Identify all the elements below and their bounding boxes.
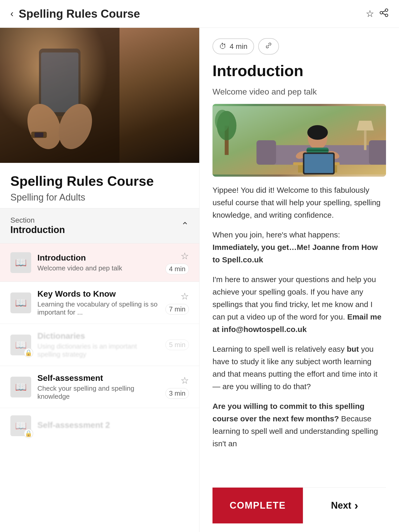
lesson-right: 5 min — [165, 340, 189, 350]
app-header: ‹ Spelling Rules Course ☆ — [0, 0, 399, 28]
content-subtitle: Welcome video and pep talk — [212, 87, 386, 97]
course-title: Spelling Rules Course — [10, 173, 189, 189]
svg-marker-34 — [357, 121, 374, 131]
svg-rect-26 — [298, 165, 303, 172]
section-label: Section — [10, 216, 65, 224]
lesson-right: ☆ 3 min — [165, 375, 189, 399]
content-title: Introduction — [212, 62, 386, 80]
lesson-title: Dictionaries — [37, 331, 159, 341]
lesson-info: Self-assessment 2 — [37, 420, 189, 431]
meta-row: ⏱ 4 min — [212, 38, 386, 55]
lesson-thumbnail: 📖 — [10, 252, 31, 273]
lesson-info: Introduction Welcome video and pep talk — [37, 253, 159, 272]
duration-badge: 3 min — [165, 388, 189, 399]
course-info: Spelling Rules Course Spelling for Adult… — [0, 163, 199, 208]
book-icon: 📖 — [15, 340, 27, 350]
complete-button[interactable]: COMPLETE — [212, 488, 303, 523]
body-paragraph-3: I'm here to answer your questions and he… — [212, 273, 386, 336]
svg-rect-19 — [307, 150, 329, 151]
section-header[interactable]: Section Introduction ⌃ — [0, 208, 199, 243]
lesson-thumbnail: 📖 🔒 — [10, 415, 31, 436]
bookmark-icon: ☆ — [366, 8, 374, 19]
emphasis-question: Are you willing to commit to this spelli… — [212, 402, 364, 423]
duration-badge: 4 min — [165, 264, 189, 274]
email-text: Email me at info@howtospell.co.uk — [212, 312, 381, 334]
section-name: Introduction — [10, 224, 65, 235]
header-title: Spelling Rules Course — [19, 7, 140, 20]
svg-rect-7 — [41, 52, 78, 112]
duration-badge: 5 min — [165, 340, 189, 350]
link-icon — [265, 42, 272, 51]
lesson-item[interactable]: 📖 Self-assessment Check your spelling an… — [0, 366, 199, 408]
body-paragraph-5: Are you willing to commit to this spelli… — [212, 400, 386, 450]
book-icon: 📖 — [15, 420, 27, 431]
emphasis-but: but — [347, 345, 359, 353]
lesson-thumbnail: 📖 🔒 — [10, 335, 31, 355]
duration-text: 4 min — [230, 42, 247, 51]
svg-point-17 — [307, 125, 328, 140]
lesson-right: ☆ 7 min — [165, 291, 189, 315]
back-icon: ‹ — [10, 8, 14, 19]
share-icon — [379, 9, 389, 19]
main-layout: Spelling Rules Course Spelling for Adult… — [0, 28, 399, 532]
book-icon: 📖 — [15, 382, 27, 393]
star-button[interactable]: ☆ — [181, 375, 189, 386]
lesson-thumbnail: 📖 — [10, 292, 31, 313]
body-paragraph-2: When you join, here's what happens: Imme… — [212, 229, 386, 266]
back-button[interactable]: ‹ — [10, 8, 14, 19]
next-label: Next — [331, 500, 351, 511]
lesson-right: ☆ 4 min — [165, 251, 189, 274]
section-list: Section Introduction ⌃ 📖 Introduction We… — [0, 208, 199, 532]
lesson-desc: Using dictionaries is an important spell… — [37, 342, 159, 358]
lesson-item[interactable]: 📖 Key Words to Know Learning the vocabul… — [0, 282, 199, 324]
svg-line-4 — [383, 13, 385, 15]
lesson-item[interactable]: 📖 🔒 Dictionaries Using dictionaries is a… — [0, 324, 199, 366]
preview-image-inner — [212, 104, 386, 177]
emphasis-text: Immediately, you get…Me! Joanne from How… — [212, 243, 378, 264]
header-left: ‹ Spelling Rules Course — [10, 7, 140, 20]
svg-rect-15 — [369, 140, 386, 165]
preview-image — [212, 104, 386, 177]
lesson-title: Self-assessment — [37, 373, 159, 383]
chevron-up-icon: ⌃ — [181, 220, 189, 231]
bookmark-button[interactable]: ☆ — [366, 8, 374, 20]
lesson-title: Key Words to Know — [37, 289, 159, 299]
lock-icon: 🔒 — [24, 348, 33, 357]
next-icon: › — [354, 499, 358, 512]
lesson-title: Introduction — [37, 253, 159, 263]
hero-image-visual — [0, 28, 199, 163]
body-paragraph-4: Learning to spell well is relatively eas… — [212, 343, 386, 393]
star-button[interactable]: ☆ — [181, 251, 189, 262]
svg-point-0 — [385, 9, 388, 11]
lesson-item[interactable]: 📖 🔒 Self-assessment 2 — [0, 408, 199, 443]
next-button[interactable]: Next › — [303, 488, 386, 523]
header-right: ☆ — [366, 8, 389, 20]
lesson-info: Self-assessment Check your spelling and … — [37, 373, 159, 401]
lesson-desc: Welcome video and pep talk — [37, 264, 159, 272]
lesson-desc: Learning the vocabulary of spelling is s… — [37, 300, 159, 316]
share-button[interactable] — [379, 8, 389, 20]
svg-rect-33 — [364, 130, 366, 150]
book-icon: 📖 — [15, 297, 27, 308]
course-subtitle: Spelling for Adults — [10, 192, 189, 203]
lesson-info: Key Words to Know Learning the vocabular… — [37, 289, 159, 316]
duration-badge: 7 min — [165, 304, 189, 315]
lesson-title: Self-assessment 2 — [37, 420, 189, 430]
body-paragraph-1: Yippee! You did it! Welcome to this fabu… — [212, 184, 386, 221]
hero-image — [0, 28, 199, 163]
svg-point-1 — [385, 14, 388, 17]
right-panel: ⏱ 4 min Introduction Welcome video and p… — [200, 28, 399, 532]
star-button[interactable]: ☆ — [181, 291, 189, 302]
svg-rect-11 — [35, 132, 43, 137]
link-pill[interactable] — [258, 38, 279, 55]
book-icon: 📖 — [15, 257, 27, 268]
lesson-item[interactable]: 📖 Introduction Welcome video and pep tal… — [0, 243, 199, 282]
svg-rect-14 — [256, 140, 276, 165]
svg-rect-29 — [304, 154, 333, 173]
svg-point-32 — [215, 110, 229, 132]
left-panel: Spelling Rules Course Spelling for Adult… — [0, 28, 200, 532]
lesson-thumbnail: 📖 — [10, 377, 31, 397]
lock-icon: 🔒 — [24, 429, 33, 438]
duration-pill: ⏱ 4 min — [212, 38, 254, 54]
svg-point-2 — [380, 11, 383, 14]
